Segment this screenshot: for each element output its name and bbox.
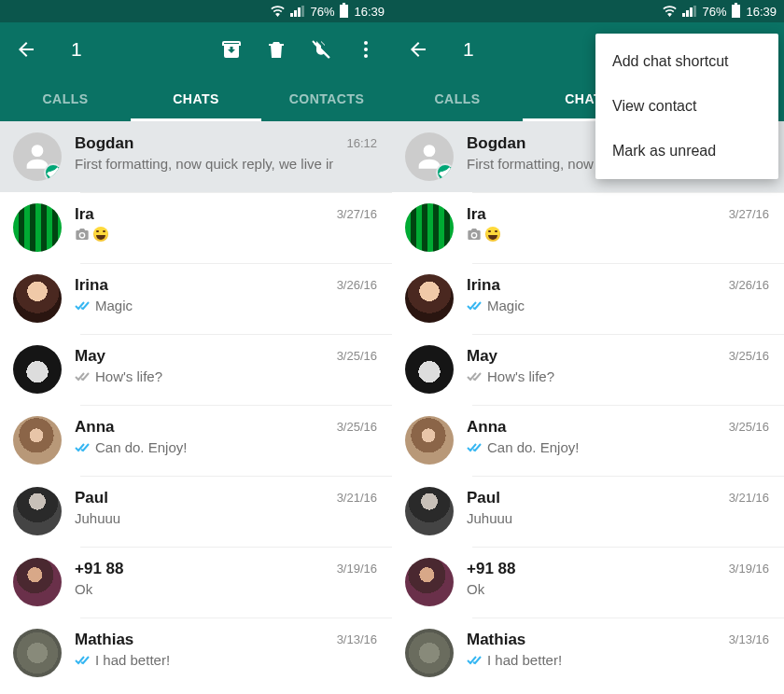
- chat-message-text: Juhuuu: [75, 510, 120, 526]
- chat-message: First formatting, now quick reply, we li…: [75, 156, 333, 172]
- chat-message-text: Ok: [467, 581, 484, 597]
- chat-time: 3/26/16: [337, 274, 377, 292]
- avatar[interactable]: [405, 203, 454, 252]
- svg-point-2: [364, 54, 368, 58]
- battery-pct: 76%: [310, 5, 334, 19]
- chat-time: 3/19/16: [729, 558, 769, 576]
- avatar[interactable]: [405, 274, 454, 323]
- chat-row[interactable]: +91 88 Ok 3/19/16: [0, 547, 392, 618]
- chat-list[interactable]: Bogdan First formatting, now quick reply…: [392, 121, 784, 694]
- chat-time: 16:12: [346, 132, 377, 150]
- chat-time: 3/25/16: [337, 345, 377, 363]
- battery-icon: [732, 5, 740, 18]
- chat-row[interactable]: May How's life? 3/25/16: [0, 334, 392, 405]
- overflow-icon[interactable]: [355, 38, 377, 61]
- chat-row[interactable]: Mathias I had better! 3/13/16: [392, 618, 784, 688]
- menu-mark-unread[interactable]: Mark as unread: [595, 129, 778, 174]
- chat-message: Juhuuu: [467, 510, 716, 526]
- chat-name: Ira: [467, 205, 716, 224]
- chat-row[interactable]: Paul Juhuuu 3/21/16: [0, 476, 392, 547]
- battery-pct: 76%: [702, 5, 726, 19]
- avatar[interactable]: [13, 274, 62, 323]
- chat-name: May: [75, 347, 324, 366]
- avatar[interactable]: [13, 416, 62, 465]
- chat-name: Paul: [75, 489, 324, 507]
- avatar[interactable]: [13, 629, 62, 677]
- emoji-icon: [485, 227, 500, 242]
- chat-message: How's life?: [467, 368, 716, 384]
- wifi-icon: [271, 6, 285, 17]
- chat-name: Irina: [467, 276, 716, 295]
- back-arrow-icon[interactable]: [15, 38, 37, 61]
- chat-list[interactable]: Bogdan First formatting, now quick reply…: [0, 121, 392, 694]
- selected-check-icon: [436, 163, 454, 181]
- chat-name: Mathias: [75, 631, 324, 649]
- camera-icon: [75, 228, 90, 241]
- chat-message: Can do. Enjoy!: [467, 439, 716, 455]
- chat-time: 3/21/16: [729, 487, 769, 505]
- chat-row[interactable]: Bogdan First formatting, now quick reply…: [0, 121, 392, 192]
- chat-time: 3/21/16: [337, 487, 377, 505]
- chat-time: 3/27/16: [337, 203, 377, 221]
- chat-message-text: First formatting, now quick reply, we li…: [75, 156, 333, 172]
- chat-content: +91 88 Ok: [467, 558, 716, 597]
- avatar[interactable]: [13, 132, 62, 181]
- chat-name: +91 88: [467, 560, 716, 578]
- chat-row[interactable]: May How's life? 3/25/16: [392, 334, 784, 405]
- avatar[interactable]: [405, 416, 454, 465]
- chat-name: +91 88: [75, 560, 324, 578]
- chat-content: Anna Can do. Enjoy!: [467, 416, 716, 455]
- avatar[interactable]: [405, 487, 454, 535]
- avatar[interactable]: [13, 203, 62, 252]
- chat-row[interactable]: Irina Magic 3/26/16: [0, 263, 392, 334]
- chat-content: Irina Magic: [75, 274, 324, 313]
- status-bar: 76% 16:39: [392, 0, 784, 22]
- avatar[interactable]: [405, 558, 454, 606]
- chat-message-text: Magic: [487, 298, 525, 313]
- chat-row[interactable]: Paul Juhuuu 3/21/16: [392, 476, 784, 547]
- tab-chats[interactable]: CHATS: [131, 76, 261, 121]
- menu-view-contact[interactable]: View contact: [595, 84, 778, 129]
- chat-row[interactable]: Anna Can do. Enjoy! 3/25/16: [0, 405, 392, 476]
- chat-message-text: I had better!: [487, 652, 562, 668]
- signal-icon: [682, 6, 696, 17]
- avatar[interactable]: [405, 132, 454, 181]
- chat-content: Ira: [467, 203, 716, 242]
- avatar[interactable]: [13, 345, 62, 394]
- chat-row[interactable]: +91 88 Ok 3/19/16: [392, 547, 784, 618]
- avatar[interactable]: [405, 345, 454, 394]
- screen-right: 76% 16:39 1 CALLS CHATS CONTACTS Bogdan …: [392, 0, 784, 694]
- menu-add-shortcut[interactable]: Add chat shortcut: [595, 39, 778, 84]
- tab-calls[interactable]: CALLS: [0, 76, 131, 121]
- mute-icon[interactable]: [310, 38, 332, 61]
- chat-row[interactable]: Anna Can do. Enjoy! 3/25/16: [392, 405, 784, 476]
- read-ticks-icon: [75, 442, 91, 453]
- chat-message-text: Magic: [95, 298, 133, 313]
- archive-icon[interactable]: [220, 38, 243, 61]
- chat-row[interactable]: Irina Magic 3/26/16: [392, 263, 784, 334]
- chat-content: May How's life?: [75, 345, 324, 384]
- back-arrow-icon[interactable]: [407, 38, 429, 61]
- chat-content: Bogdan First formatting, now quick reply…: [75, 132, 333, 172]
- avatar[interactable]: [405, 629, 454, 677]
- selected-check-icon: [44, 163, 62, 181]
- tab-calls[interactable]: CALLS: [392, 76, 523, 121]
- avatar[interactable]: [13, 558, 62, 606]
- camera-icon: [467, 228, 482, 241]
- chat-row[interactable]: Mathias I had better! 3/13/16: [0, 618, 392, 688]
- tab-contacts[interactable]: CONTACTS: [261, 76, 392, 121]
- chat-row[interactable]: Ira 3/27/16: [392, 192, 784, 263]
- read-ticks-icon: [467, 442, 483, 453]
- selection-count: 1: [71, 38, 82, 61]
- chat-row[interactable]: Ira 3/27/16: [0, 192, 392, 263]
- delete-icon[interactable]: [265, 38, 287, 61]
- chat-name: May: [467, 347, 716, 366]
- avatar[interactable]: [13, 487, 62, 535]
- status-time: 16:39: [746, 5, 777, 19]
- read-ticks-icon: [75, 300, 91, 312]
- chat-time: 3/25/16: [729, 416, 769, 434]
- chat-message: Magic: [467, 298, 716, 313]
- chat-message: Juhuuu: [75, 510, 324, 526]
- chat-message: Magic: [75, 298, 324, 313]
- chat-message-text: I had better!: [95, 652, 170, 668]
